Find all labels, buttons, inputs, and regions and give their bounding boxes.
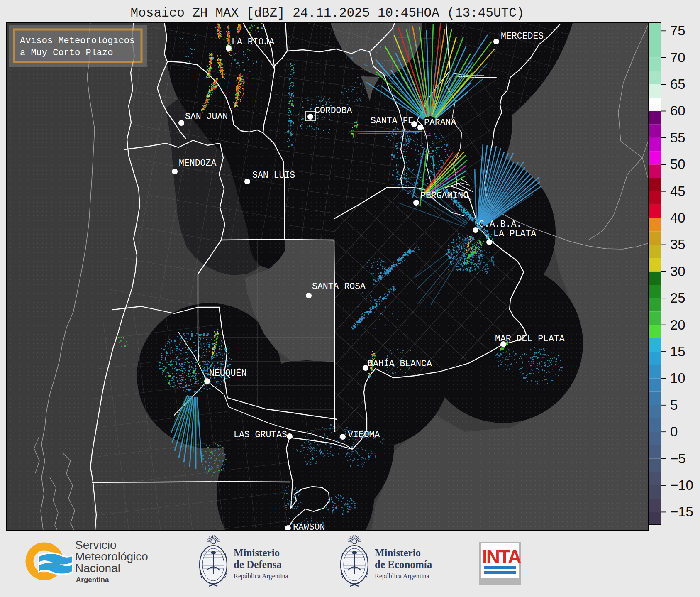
- svg-text:BAHÍA BLANCA: BAHÍA BLANCA: [368, 358, 432, 369]
- svg-text:SAN LUIS: SAN LUIS: [252, 170, 295, 180]
- svg-text:20: 20: [670, 317, 685, 333]
- svg-text:Meteorológico: Meteorológico: [75, 550, 148, 563]
- svg-text:65: 65: [670, 76, 685, 92]
- svg-text:40: 40: [670, 210, 685, 225]
- svg-text:VIEDMA: VIEDMA: [348, 430, 380, 440]
- svg-text:60: 60: [670, 103, 685, 118]
- svg-text:25: 25: [670, 290, 685, 306]
- svg-text:SANTA ROSA: SANTA ROSA: [312, 281, 366, 291]
- svg-text:MENDOZA: MENDOZA: [179, 158, 216, 168]
- svg-text:CÓRDOBA: CÓRDOBA: [315, 105, 352, 115]
- svg-text:0: 0: [670, 424, 678, 439]
- svg-text:LA RIOJA: LA RIOJA: [232, 37, 274, 47]
- svg-text:República Argentina: República Argentina: [234, 573, 288, 580]
- svg-text:50: 50: [670, 157, 685, 172]
- svg-text:Servicio: Servicio: [75, 538, 117, 551]
- svg-text:Nacional: Nacional: [75, 562, 120, 575]
- svg-text:5: 5: [670, 397, 678, 413]
- svg-text:55: 55: [670, 130, 685, 145]
- svg-text:Avisos Meteorológicos: Avisos Meteorológicos: [20, 36, 135, 46]
- svg-text:45: 45: [670, 184, 685, 199]
- svg-text:−15: −15: [670, 504, 693, 519]
- svg-text:NEUQUÉN: NEUQUÉN: [209, 368, 246, 378]
- svg-text:SANTA FE: SANTA FE: [371, 116, 413, 126]
- svg-text:C.A.B.A.: C.A.B.A.: [479, 219, 522, 229]
- svg-text:10: 10: [670, 370, 685, 386]
- svg-text:MAR DEL PLATA: MAR DEL PLATA: [495, 334, 565, 344]
- svg-text:35: 35: [670, 237, 685, 252]
- svg-text:de Economía: de Economía: [375, 559, 432, 570]
- svg-text:−5: −5: [670, 451, 686, 466]
- svg-text:de Defensa: de Defensa: [234, 559, 282, 570]
- svg-text:LA PLATA: LA PLATA: [493, 229, 536, 239]
- svg-text:Argentina: Argentina: [76, 576, 109, 584]
- svg-text:75: 75: [670, 23, 685, 38]
- svg-text:30: 30: [670, 264, 685, 279]
- svg-text:República Argentina: República Argentina: [375, 573, 429, 580]
- svg-text:−10: −10: [670, 477, 693, 493]
- svg-text:LAS GRUTAS: LAS GRUTAS: [234, 430, 287, 440]
- svg-text:15: 15: [670, 344, 685, 359]
- svg-text:70: 70: [670, 50, 685, 65]
- svg-text:SAN JUAN: SAN JUAN: [185, 112, 228, 122]
- svg-text:Mosaico ZH MAX [dBZ] 24.11.202: Mosaico ZH MAX [dBZ] 24.11.2025 10:45HOA…: [131, 6, 524, 20]
- svg-text:Ministerio: Ministerio: [375, 547, 421, 558]
- svg-text:a Muy Corto Plazo: a Muy Corto Plazo: [20, 48, 113, 58]
- svg-text:PERGAMINO: PERGAMINO: [420, 191, 468, 201]
- svg-text:PARANÁ: PARANÁ: [424, 117, 456, 127]
- svg-text:MERCEDES: MERCEDES: [501, 31, 544, 41]
- svg-text:Ministerio: Ministerio: [234, 547, 280, 558]
- svg-text:INTA: INTA: [482, 546, 521, 568]
